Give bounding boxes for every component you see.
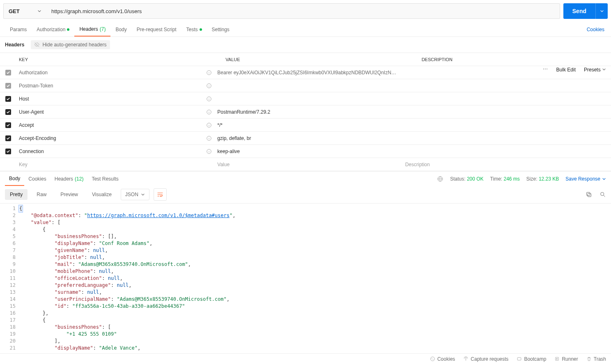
method-label: GET	[9, 8, 20, 14]
header-value[interactable]: Bearer eyJ0eXAiOiJKV1QiLCJub25jZSI6Imkwb…	[217, 70, 402, 76]
chevron-down-icon	[600, 9, 604, 13]
checkbox[interactable]	[5, 122, 11, 128]
header-value[interactable]: */*	[217, 122, 402, 128]
method-select[interactable]: GET	[3, 3, 46, 19]
code-content[interactable]: { "@odata.context": "https://graph.micro…	[19, 204, 235, 353]
tab-authorization[interactable]: Authorization	[32, 22, 74, 37]
checkbox[interactable]	[5, 109, 11, 115]
header-row[interactable]: Postman-Token	[0, 79, 611, 92]
value-input-placeholder[interactable]: Value	[217, 162, 402, 167]
tab-headers[interactable]: Headers (7)	[74, 22, 110, 37]
header-value[interactable]: gzip, deflate, br	[217, 135, 402, 141]
checkbox[interactable]	[5, 83, 11, 89]
presets-label: Presets	[584, 67, 601, 73]
header-key[interactable]: Accept-Encoding	[16, 135, 201, 141]
svg-rect-17	[518, 357, 521, 360]
view-raw[interactable]: Raw	[32, 189, 51, 200]
header-key[interactable]: Connection	[16, 149, 201, 154]
header-key[interactable]: Host	[16, 96, 201, 102]
resp-tab-headers-count: (12)	[75, 176, 83, 182]
header-row[interactable]: Connectionkeep-alive	[0, 145, 611, 158]
header-value[interactable]: PostmanRuntime/7.29.2	[217, 109, 402, 115]
bulk-edit-button[interactable]: Bulk Edit	[556, 67, 576, 73]
status-dot-icon	[67, 28, 69, 31]
header-key[interactable]: Authorization	[16, 70, 201, 76]
info-icon[interactable]	[201, 109, 217, 115]
tab-tests[interactable]: Tests	[181, 22, 207, 37]
checkbox[interactable]	[5, 96, 11, 102]
header-row[interactable]: Accept*/*	[0, 119, 611, 132]
checkbox[interactable]	[5, 149, 11, 154]
key-input-placeholder[interactable]: Key	[16, 162, 201, 167]
tab-prerequest[interactable]: Pre-request Script	[132, 22, 181, 37]
svg-point-1	[545, 69, 546, 69]
svg-point-15	[432, 358, 432, 359]
footer-runner[interactable]: Runner	[554, 356, 578, 362]
wrap-icon	[157, 191, 163, 198]
headers-section-label: Headers	[5, 42, 24, 48]
header-row[interactable]: User-AgentPostmanRuntime/7.29.2	[0, 105, 611, 119]
info-icon[interactable]	[201, 122, 217, 128]
resp-tab-cookies[interactable]: Cookies	[24, 172, 50, 186]
tab-params[interactable]: Params	[5, 22, 32, 37]
header-key[interactable]: Accept	[16, 122, 201, 128]
copy-icon[interactable]	[586, 191, 592, 198]
ellipsis-icon	[542, 66, 548, 72]
chevron-down-icon	[37, 9, 41, 13]
checkbox[interactable]	[5, 135, 11, 141]
view-pretty[interactable]: Pretty	[5, 189, 28, 200]
chevron-down-icon	[141, 192, 145, 197]
tab-headers-label: Headers	[79, 26, 98, 32]
send-dropdown-button[interactable]	[595, 3, 608, 19]
wrap-lines-button[interactable]	[154, 188, 167, 201]
trash-icon	[586, 356, 592, 362]
resp-tab-test-results[interactable]: Test Results	[87, 172, 122, 186]
response-body[interactable]: 123456789101112131415161718192021 { "@od…	[0, 203, 611, 353]
header-row[interactable]: Host	[0, 92, 611, 105]
view-preview[interactable]: Preview	[55, 189, 83, 200]
hide-auto-headers-label: Hide auto-generated headers	[42, 42, 106, 48]
desc-input-placeholder[interactable]: Description	[402, 162, 586, 167]
svg-point-16	[433, 359, 433, 359]
runner-icon	[554, 356, 560, 362]
info-icon[interactable]	[201, 83, 217, 89]
resp-tab-headers[interactable]: Headers (12)	[51, 172, 88, 186]
url-input[interactable]	[46, 3, 560, 19]
svg-rect-11	[588, 193, 591, 197]
format-dropdown[interactable]: JSON	[121, 189, 149, 200]
footer-trash[interactable]: Trash	[586, 356, 606, 362]
header-value[interactable]: keep-alive	[217, 149, 402, 154]
header-row[interactable]: Accept-Encodinggzip, deflate, br	[0, 132, 611, 145]
eye-off-icon	[34, 42, 40, 48]
info-icon[interactable]	[201, 70, 217, 76]
svg-point-13	[601, 192, 604, 196]
tab-settings[interactable]: Settings	[207, 22, 234, 37]
search-icon[interactable]	[600, 191, 606, 198]
info-icon[interactable]	[201, 96, 217, 102]
size-label: Size: 12.23 KB	[526, 176, 559, 182]
send-button[interactable]: Send	[563, 3, 595, 19]
save-response-button[interactable]: Save Response	[565, 176, 606, 182]
header-key[interactable]: Postman-Token	[16, 83, 201, 89]
cookies-link[interactable]: Cookies	[587, 27, 606, 32]
footer-bootcamp[interactable]: Bootcamp	[517, 356, 546, 362]
tab-headers-count: (7)	[100, 26, 106, 32]
hide-auto-headers-button[interactable]: Hide auto-generated headers	[31, 40, 110, 49]
presets-dropdown[interactable]: Presets	[584, 67, 606, 73]
view-visualize[interactable]: Visualize	[87, 189, 117, 200]
resp-tab-body[interactable]: Body	[5, 172, 24, 186]
column-key: KEY	[16, 57, 209, 62]
checkbox[interactable]	[5, 70, 11, 76]
tab-body[interactable]: Body	[110, 22, 131, 37]
network-icon[interactable]	[437, 176, 443, 182]
footer-cookies[interactable]: Cookies	[430, 356, 455, 362]
more-options-button[interactable]	[542, 66, 548, 73]
info-icon[interactable]	[201, 149, 217, 154]
header-key[interactable]: User-Agent	[16, 109, 201, 115]
footer-capture[interactable]: Capture requests	[463, 356, 508, 362]
header-row[interactable]: AuthorizationBearer eyJ0eXAiOiJKV1QiLCJu…	[0, 66, 611, 79]
tab-tests-label: Tests	[186, 27, 198, 32]
chevron-down-icon	[602, 177, 606, 181]
status-label: Status: 200 OK	[450, 176, 483, 182]
info-icon[interactable]	[201, 135, 217, 141]
